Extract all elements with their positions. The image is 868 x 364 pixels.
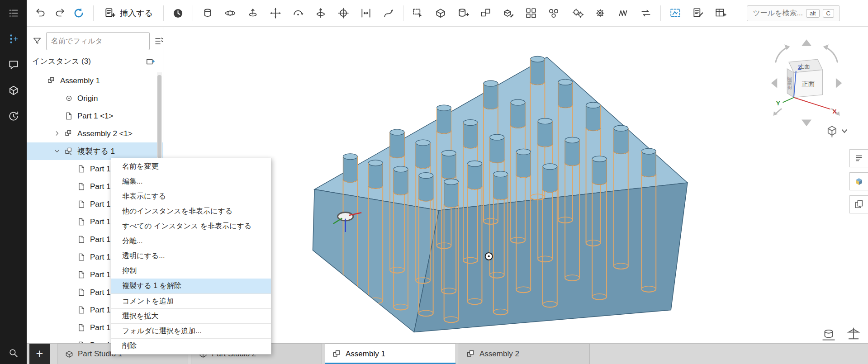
- toolbar-group-output: [667, 4, 729, 22]
- menu-item-label: 名前を変更: [122, 162, 158, 171]
- revolve-move-tool-button[interactable]: [244, 4, 261, 22]
- redo-button[interactable]: [51, 4, 68, 22]
- viewcube-up-arrow[interactable]: [802, 39, 811, 46]
- add-to-folder-icon[interactable]: [146, 57, 156, 66]
- bom-tool-button[interactable]: [712, 4, 729, 22]
- menu-item[interactable]: フォルダに選択を追加...: [111, 323, 271, 338]
- undo-button[interactable]: [32, 4, 49, 22]
- point-marker[interactable]: [485, 253, 493, 260]
- part-icon: [77, 217, 86, 226]
- viewcube-left-arrow[interactable]: [771, 78, 777, 88]
- menu-item[interactable]: 複製する 1 を解除: [111, 279, 271, 293]
- assembly-icon: [47, 76, 56, 85]
- filter-input[interactable]: [46, 32, 150, 50]
- comments-icon[interactable]: [7, 58, 20, 71]
- menu-item[interactable]: 名前を変更: [111, 159, 271, 174]
- toolbar-separator: [163, 5, 164, 21]
- chevron-down-icon[interactable]: [54, 148, 60, 154]
- insert-cylinder-tool-button[interactable]: [455, 4, 472, 22]
- menu-item-label: 分離...: [122, 236, 142, 246]
- feature-list-icon[interactable]: [7, 6, 20, 20]
- toolbar-separator: [193, 5, 193, 21]
- rotate-axis-tool-button[interactable]: [312, 4, 329, 22]
- replicate-icon: [65, 147, 73, 156]
- tree-item-assembly-2-1-[interactable]: Assembly 2 <1>: [27, 125, 163, 142]
- toolbar-group-transform: [199, 4, 397, 22]
- mate-tool-button[interactable]: [199, 4, 216, 22]
- orbit-tool-button[interactable]: [222, 4, 239, 22]
- render-mode-icon[interactable]: [823, 330, 835, 340]
- filter-funnel-icon[interactable]: [32, 36, 42, 46]
- search-icon[interactable]: [7, 346, 20, 359]
- target-move-tool-button[interactable]: [335, 4, 352, 22]
- sync-button[interactable]: [70, 4, 87, 22]
- part-icon: [77, 306, 86, 314]
- gear-pair-tool-button[interactable]: [569, 4, 587, 22]
- insert-button[interactable]: 挿入する: [100, 5, 157, 22]
- spring-tool-button[interactable]: [615, 4, 632, 22]
- tab-assembly-2[interactable]: Assembly 2: [459, 344, 590, 364]
- drawing-tool-button[interactable]: [667, 4, 684, 22]
- toolbar-separator: [93, 5, 94, 21]
- menu-item[interactable]: 透明にする...: [111, 249, 271, 264]
- menu-item[interactable]: 非表示にする: [111, 189, 271, 204]
- chevron-down-icon: [842, 130, 847, 132]
- rotate-gizmo-tool-button[interactable]: [289, 4, 307, 22]
- instances-header: インスタンス (3): [32, 56, 91, 66]
- pan el-appearance-button[interactable]: [849, 172, 868, 190]
- path-move-tool-button[interactable]: [380, 4, 397, 22]
- viewcube-down-arrow[interactable]: [802, 120, 811, 127]
- group-parts-tool-button[interactable]: [477, 4, 494, 22]
- mechanism-tool-button[interactable]: [545, 4, 562, 22]
- mate-connector-icon[interactable]: [7, 32, 20, 46]
- menu-item[interactable]: 削除: [111, 338, 271, 353]
- menu-item[interactable]: すべての インスタンス を非表示にする: [111, 219, 271, 234]
- menu-item[interactable]: コメントを追加: [111, 293, 271, 308]
- viewcube-front-label: 正面: [802, 80, 815, 87]
- toolbar-group-insert: [409, 4, 562, 22]
- annotation-tool-button[interactable]: [689, 4, 707, 22]
- named-views-button[interactable]: [170, 4, 187, 22]
- new-tab-button[interactable]: +: [29, 344, 50, 364]
- tree-item-label: Assembly 2 <1>: [77, 129, 133, 138]
- view-cube[interactable]: 上面 正面 左側面 Z Y X: [771, 39, 842, 126]
- tree-item-part-1-1-[interactable]: Part 1 <1>: [27, 107, 163, 125]
- part-icon: [65, 112, 73, 120]
- tree-item-origin[interactable]: Origin: [27, 90, 163, 107]
- tree-scrollbar-thumb[interactable]: [157, 75, 161, 158]
- menu-item[interactable]: 他のインスタンスを非表示にする: [111, 204, 271, 219]
- shortcut-alt-key: alt: [806, 9, 820, 18]
- tool-search-input[interactable]: ツールを検索... alt C: [747, 5, 840, 21]
- history-icon[interactable]: [7, 109, 20, 123]
- gear-add-tool-button[interactable]: [592, 4, 609, 22]
- menu-item-label: 削除: [122, 341, 137, 351]
- panel-list-button[interactable]: [849, 149, 868, 167]
- select-box-tool-button[interactable]: [409, 4, 427, 22]
- viewcube-right-arrow[interactable]: [836, 78, 842, 88]
- part-icon: [77, 200, 86, 208]
- tab-label: Assembly 2: [479, 350, 519, 359]
- menu-item[interactable]: 編集...: [111, 174, 271, 189]
- tab-assembly-1[interactable]: Assembly 1: [325, 344, 456, 364]
- menu-item[interactable]: 選択を拡大: [111, 308, 271, 323]
- units-scale-icon[interactable]: [849, 328, 859, 339]
- list-options-icon[interactable]: [154, 36, 163, 47]
- menu-item-label: 抑制: [122, 266, 137, 276]
- translate-tool-button[interactable]: [267, 4, 284, 22]
- in-context-tool-button[interactable]: [500, 4, 517, 22]
- menu-item-label: フォルダに選択を追加...: [122, 326, 202, 336]
- part-studio-icon: [65, 350, 74, 359]
- linear-pattern-tool-button[interactable]: [522, 4, 540, 22]
- view-options-button[interactable]: [828, 126, 847, 137]
- tree-item-assembly-1[interactable]: Assembly 1: [27, 72, 163, 90]
- swap-tool-button[interactable]: [637, 4, 655, 22]
- menu-item[interactable]: 分離...: [111, 234, 271, 249]
- help-cube-icon[interactable]: [7, 84, 20, 97]
- panel-sheets-button[interactable]: [849, 195, 868, 213]
- right-panel: [849, 149, 868, 213]
- menu-item[interactable]: 抑制: [111, 264, 271, 279]
- context-menu: 名前を変更編集...非表示にする他のインスタンスを非表示にするすべての インスタ…: [111, 158, 271, 355]
- snap-tool-button[interactable]: [357, 4, 375, 22]
- chevron-right-icon[interactable]: [54, 130, 60, 137]
- insert-box-tool-button[interactable]: [432, 4, 449, 22]
